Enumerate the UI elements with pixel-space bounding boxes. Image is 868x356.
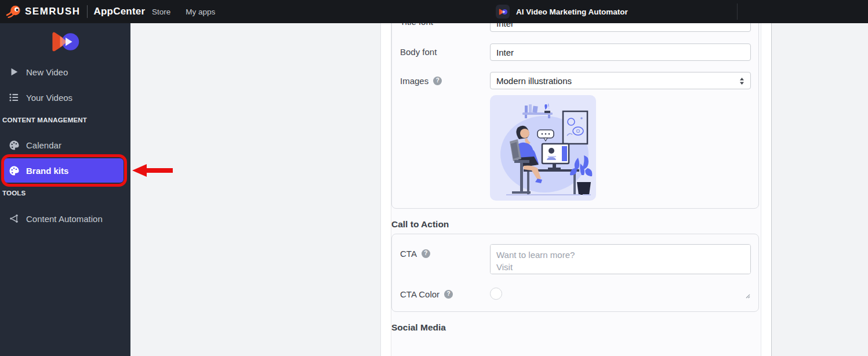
sidebar: New Video Your Videos CONTENT MANAGEMENT…: [0, 23, 130, 356]
sidebar-item-your-videos[interactable]: Your Videos: [0, 90, 130, 104]
help-icon[interactable]: ?: [433, 77, 442, 85]
title-font-label: Title font: [400, 23, 433, 27]
sidebar-item-label: Brand kits: [26, 166, 68, 176]
sidebar-item-content-automation[interactable]: Content Automation: [0, 212, 130, 226]
cta-label: CTA ?: [400, 248, 430, 259]
help-icon[interactable]: ?: [422, 249, 430, 258]
play-icon: [8, 66, 20, 78]
nav-store-link[interactable]: Store: [152, 8, 170, 16]
body-font-input[interactable]: [490, 43, 751, 61]
social-section-heading: Social Media: [391, 322, 446, 333]
nav-my-apps-link[interactable]: My apps: [186, 8, 215, 16]
sidebar-item-label: Content Automation: [26, 214, 103, 224]
automation-icon: [8, 213, 20, 224]
arrow-head: [132, 164, 147, 177]
images-select[interactable]: Modern illustrations: [490, 72, 751, 89]
images-select-value: Modern illustrations: [496, 76, 572, 86]
top-bar: SEMRUSH AppCenter Store My apps AI Video…: [0, 0, 868, 23]
cta-color-label: CTA Color ?: [400, 289, 453, 299]
sidebar-section-content-management: CONTENT MANAGEMENT: [2, 117, 87, 123]
semrush-logo-icon: [6, 3, 21, 21]
main-content: Title font Body font Images ? Modern ill…: [130, 23, 868, 356]
brand-separator: [87, 5, 88, 18]
cta-textarea[interactable]: [490, 244, 751, 274]
palette-icon: [8, 139, 20, 151]
sidebar-item-calendar[interactable]: Calendar: [0, 138, 130, 152]
palette-icon: [8, 165, 20, 176]
sidebar-section-tools: TOOLS: [2, 190, 26, 197]
brand-name: SEMRUSH: [25, 6, 81, 17]
top-nav: Store My apps: [152, 0, 215, 23]
brandkit-illustration: [490, 95, 596, 201]
app-logo-icon: [496, 5, 510, 19]
product-name: AppCenter: [94, 6, 146, 17]
sidebar-item-brand-kits[interactable]: Brand kits: [0, 164, 130, 177]
select-stepper-icon: [739, 77, 744, 87]
sidebar-app-logo-icon: [49, 30, 81, 56]
list-icon: [8, 92, 20, 103]
cta-section-heading: Call to Action: [391, 219, 449, 230]
app-title: AI Video Marketing Automator: [516, 8, 628, 16]
body-font-label: Body font: [400, 46, 437, 57]
sidebar-item-new-video[interactable]: New Video: [0, 65, 130, 79]
arrow-shaft: [146, 168, 173, 173]
help-icon[interactable]: ?: [444, 290, 453, 299]
sidebar-item-label: New Video: [26, 67, 68, 77]
topbar-divider: [737, 3, 738, 20]
cta-color-swatch[interactable]: [490, 288, 502, 300]
app-header: AI Video Marketing Automator: [496, 0, 628, 23]
content-gutter: [380, 23, 391, 356]
sidebar-item-label: Calendar: [26, 140, 61, 150]
sidebar-item-label: Your Videos: [26, 93, 72, 103]
scrollbar-track[interactable]: [761, 23, 772, 356]
images-label: Images ?: [400, 75, 442, 86]
title-font-input[interactable]: [490, 23, 751, 32]
semrush-brand[interactable]: SEMRUSH AppCenter: [6, 0, 145, 23]
